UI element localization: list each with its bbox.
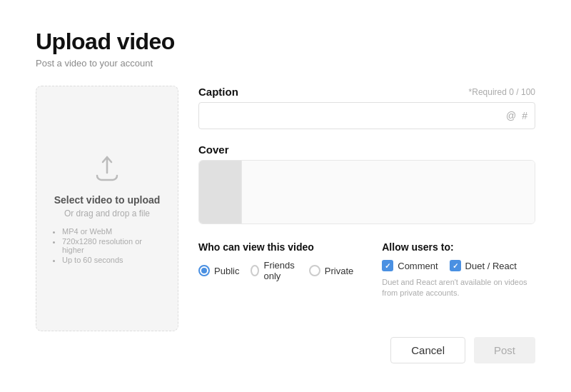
- checkbox-comment-label: Comment: [398, 261, 438, 271]
- allow-users-title: Allow users to:: [382, 241, 535, 253]
- at-icon[interactable]: @: [506, 110, 516, 121]
- radio-private-label: Private: [325, 266, 353, 276]
- radio-private[interactable]: Private: [309, 265, 353, 276]
- cover-field: Cover: [198, 144, 535, 224]
- allow-checkbox-group: ✓ Comment ✓ Duet / React: [382, 260, 535, 271]
- cover-preview[interactable]: [198, 160, 535, 224]
- who-view-section: Who can view this video Public Friends o…: [198, 241, 353, 281]
- allow-users-section: Allow users to: ✓ Comment ✓ Du: [382, 241, 535, 299]
- page-title: Upload video: [36, 29, 535, 55]
- cancel-button[interactable]: Cancel: [390, 337, 465, 363]
- bottom-controls: Who can view this video Public Friends o…: [198, 241, 535, 299]
- upload-title: Select video to upload: [54, 194, 161, 206]
- visibility-radio-group: Public Friends only Private: [198, 260, 353, 281]
- upload-subtitle: Or drag and drop a file: [64, 208, 150, 218]
- radio-public-inner: [201, 268, 207, 273]
- cover-thumbnail: [199, 161, 242, 223]
- footer: Cancel Post: [36, 331, 535, 363]
- caption-input[interactable]: [206, 109, 506, 120]
- hash-icon[interactable]: #: [522, 110, 527, 121]
- allow-note: Duet and React aren't available on video…: [382, 277, 535, 299]
- upload-spec-2: 720x1280 resolution or higher: [62, 237, 163, 254]
- upload-spec-3: Up to 60 seconds: [62, 256, 163, 264]
- radio-friends-label: Friends only: [263, 260, 297, 281]
- post-button[interactable]: Post: [474, 337, 535, 363]
- who-view-title: Who can view this video: [198, 241, 353, 253]
- upload-spec-1: MP4 or WebM: [62, 227, 163, 236]
- radio-public-label: Public: [214, 266, 239, 276]
- upload-specs: MP4 or WebM 720x1280 resolution or highe…: [51, 227, 163, 266]
- radio-private-circle: [309, 265, 320, 276]
- caption-input-wrapper[interactable]: @ #: [198, 102, 535, 129]
- checkbox-comment-box: ✓: [382, 260, 393, 271]
- upload-drop-zone[interactable]: Select video to upload Or drag and drop …: [36, 86, 178, 331]
- checkbox-duet-box: ✓: [450, 260, 461, 271]
- radio-friends[interactable]: Friends only: [251, 260, 297, 281]
- caption-hint: *Required 0 / 100: [469, 87, 535, 97]
- caption-field: Caption *Required 0 / 100 @ #: [198, 86, 535, 129]
- checkbox-duet[interactable]: ✓ Duet / React: [450, 260, 517, 271]
- radio-public[interactable]: Public: [198, 265, 239, 276]
- caption-icon-group: @ #: [506, 110, 527, 121]
- checkbox-comment-check: ✓: [385, 262, 390, 270]
- cover-strip: [242, 161, 535, 223]
- page-subtitle: Post a video to your account: [36, 58, 535, 69]
- upload-icon: [90, 151, 124, 186]
- checkbox-duet-label: Duet / React: [465, 261, 517, 271]
- radio-public-circle: [198, 265, 210, 276]
- checkbox-comment[interactable]: ✓ Comment: [382, 260, 438, 271]
- form-panel: Caption *Required 0 / 100 @ # Cover: [198, 86, 535, 331]
- cover-label: Cover: [198, 144, 229, 156]
- caption-label: Caption: [198, 86, 238, 98]
- radio-friends-circle: [251, 265, 259, 276]
- checkbox-duet-check: ✓: [453, 262, 458, 270]
